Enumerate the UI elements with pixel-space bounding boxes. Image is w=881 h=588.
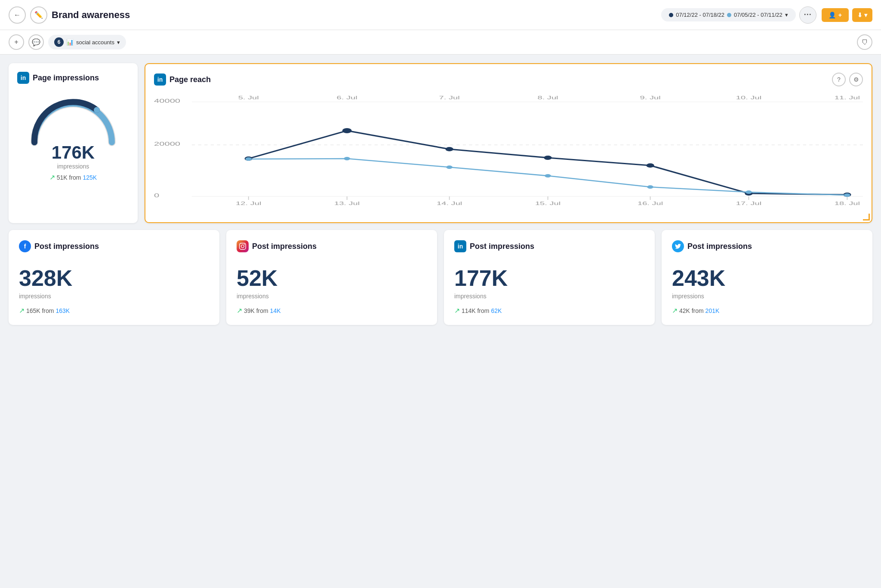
chart-area: 40000 20000 0 5. Jul 6. Jul 7. Jul 8. Ju… <box>154 93 863 214</box>
tw-post-label: impressions <box>672 293 862 300</box>
fb-prev-value: 163K <box>55 307 70 314</box>
svg-point-30 <box>446 147 453 151</box>
gauge-chart <box>26 95 120 147</box>
svg-text:12. Jul: 12. Jul <box>236 201 261 206</box>
linkedin-post-icon: in <box>454 240 466 252</box>
fb-change-arrow-icon: ↗ <box>19 307 25 314</box>
svg-point-36 <box>344 157 350 160</box>
svg-point-29 <box>342 128 352 133</box>
svg-text:13. Jul: 13. Jul <box>334 201 360 206</box>
page-reach-card: in Page reach ? ⚙ 40000 20000 0 <box>145 63 872 223</box>
dropdown-chevron-icon: ▾ <box>117 39 120 46</box>
plus-icon: + <box>14 38 18 46</box>
help-button[interactable]: ? <box>832 73 846 86</box>
svg-point-40 <box>745 190 752 194</box>
fb-post-change: ↗ 165K from 163K <box>19 306 209 315</box>
linkedin-reach-icon: in <box>154 74 166 86</box>
corner-bracket <box>863 214 870 220</box>
add-widget-button[interactable]: + <box>9 34 24 50</box>
li-post-value: 177K <box>454 265 644 291</box>
gauge-change: ↗ 51K from 125K <box>49 173 97 181</box>
li-post-change: ↗ 114K from 62K <box>454 306 644 315</box>
li-post-title: Post impressions <box>470 242 534 251</box>
page-impressions-card: in Page impressions 176K impressions <box>9 63 138 223</box>
comment-button[interactable]: 💬 <box>28 34 44 50</box>
download-icon: ⬇ <box>857 12 863 18</box>
ig-post-change: ↗ 39K from 14K <box>237 306 427 315</box>
edit-button[interactable]: ✏️ <box>30 6 47 24</box>
ig-post-value: 52K <box>237 265 427 291</box>
svg-point-32 <box>646 163 654 168</box>
svg-text:20000: 20000 <box>154 141 180 147</box>
social-accounts-button[interactable]: 6 📊 social accounts ▾ <box>48 35 126 49</box>
date-range-button[interactable]: 07/12/22 - 07/18/22 07/05/22 - 07/11/22 … <box>661 8 796 21</box>
download-chevron-icon: ▾ <box>864 12 867 18</box>
svg-text:6. Jul: 6. Jul <box>337 95 357 100</box>
page-impressions-title: Page impressions <box>33 74 99 83</box>
svg-point-41 <box>844 193 850 197</box>
svg-text:18. Jul: 18. Jul <box>835 201 860 206</box>
bar-chart-icon: 📊 <box>66 39 74 46</box>
ig-change-value: 39K from <box>244 307 268 314</box>
fb-post-title: Post impressions <box>34 242 99 251</box>
li-change-arrow-icon: ↗ <box>454 307 460 314</box>
header-left: ← ✏️ Brand awareness <box>9 6 656 24</box>
svg-text:0: 0 <box>154 193 159 199</box>
twitter-icon <box>672 240 684 252</box>
change-arrow-icon: ↗ <box>49 174 55 181</box>
svg-text:8. Jul: 8. Jul <box>537 95 558 100</box>
fb-post-value: 328K <box>19 265 209 291</box>
twitter-post-impressions-card: Post impressions 243K impressions ↗ 42K … <box>662 230 872 325</box>
filter-button[interactable]: ⛉ <box>857 34 872 50</box>
tw-change-value: 42K from <box>679 307 704 314</box>
page-title: Brand awareness <box>52 9 130 21</box>
svg-point-35 <box>245 157 252 161</box>
comment-icon: 💬 <box>32 38 40 46</box>
bottom-row: f Post impressions 328K impressions ↗ 16… <box>9 230 872 325</box>
li-prev-value: 62K <box>491 307 502 314</box>
toolbar: + 💬 6 📊 social accounts ▾ ⛉ <box>0 30 881 55</box>
add-user-button[interactable]: 👤 + <box>822 8 849 22</box>
ig-post-title: Post impressions <box>252 242 317 251</box>
svg-point-0 <box>94 107 100 113</box>
change-value: 51K from <box>57 174 81 181</box>
add-user-plus: + <box>838 12 842 18</box>
account-count-badge: 6 <box>54 37 64 47</box>
ig-post-label: impressions <box>237 293 427 300</box>
gauge-container: 176K impressions ↗ 51K from 125K <box>17 91 129 186</box>
question-icon: ? <box>837 76 841 83</box>
more-icon: ··· <box>804 10 812 19</box>
back-button[interactable]: ← <box>9 6 26 24</box>
svg-text:5. Jul: 5. Jul <box>238 95 259 100</box>
svg-point-37 <box>446 165 453 169</box>
main-content: in Page impressions 176K impressions <box>0 55 881 334</box>
ig-card-header: Post impressions <box>237 240 427 252</box>
facebook-icon: f <box>19 240 31 252</box>
tw-post-title: Post impressions <box>687 242 752 251</box>
tw-post-value: 243K <box>672 265 862 291</box>
svg-text:11. Jul: 11. Jul <box>835 95 860 100</box>
facebook-post-impressions-card: f Post impressions 328K impressions ↗ 16… <box>9 230 219 325</box>
more-options-button[interactable]: ··· <box>799 6 816 24</box>
top-row: in Page impressions 176K impressions <box>9 63 872 223</box>
header-center: 07/12/22 - 07/18/22 07/05/22 - 07/11/22 … <box>661 6 816 24</box>
ig-prev-value: 14K <box>270 307 281 314</box>
card-header-icons: ? ⚙ <box>832 73 863 86</box>
current-date-range: 07/12/22 - 07/18/22 <box>676 12 724 18</box>
instagram-icon <box>237 240 249 252</box>
fb-change-value: 165K from <box>26 307 54 314</box>
edit-icon: ✏️ <box>34 11 43 19</box>
tw-change-arrow-icon: ↗ <box>672 307 678 314</box>
social-accounts-label: social accounts <box>76 39 114 46</box>
li-change-value: 114K from <box>462 307 490 314</box>
page-reach-title: Page reach <box>169 75 211 84</box>
settings-button[interactable]: ⚙ <box>849 73 863 86</box>
li-card-header: in Post impressions <box>454 240 644 252</box>
header: ← ✏️ Brand awareness 07/12/22 - 07/18/22… <box>0 0 881 30</box>
add-user-icon: 👤 <box>829 12 836 18</box>
instagram-post-impressions-card: Post impressions 52K impressions ↗ 39K f… <box>226 230 437 325</box>
back-icon: ← <box>14 11 21 19</box>
svg-text:40000: 40000 <box>154 98 180 104</box>
download-button[interactable]: ⬇ ▾ <box>852 8 872 22</box>
tw-post-change: ↗ 42K from 201K <box>672 306 862 315</box>
